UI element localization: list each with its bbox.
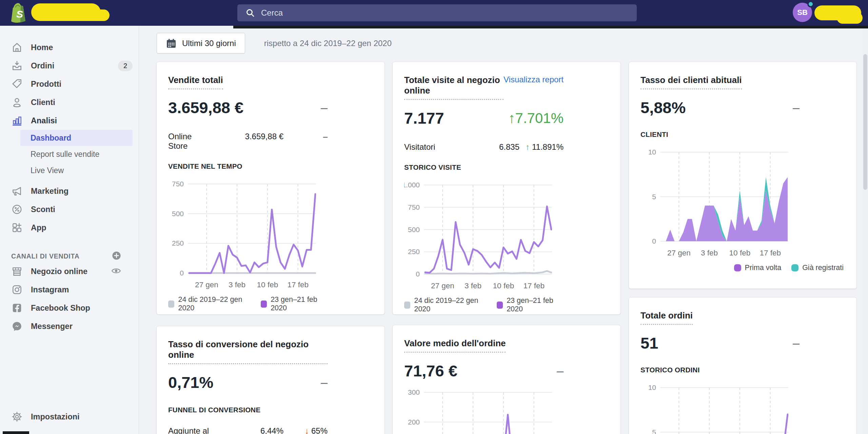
sidebar-item-instagram[interactable]: Instagram [0, 281, 139, 299]
legend-swatch-gia-registrati [791, 264, 798, 271]
sidebar-item-app[interactable]: App [0, 219, 139, 237]
legend-swatch-comparison [404, 302, 410, 309]
card-title: Valore medio dell'ordine [404, 338, 506, 353]
sidebar-item-facebook-shop[interactable]: Facebook Shop [0, 299, 139, 317]
customers-chart: 051027 gen3 feb10 feb17 feb [640, 141, 800, 260]
global-search[interactable] [237, 4, 637, 21]
svg-text:27 gen: 27 gen [667, 249, 691, 257]
avg-order-chart: 010020030027 gen3 feb10 feb17 feb [404, 381, 564, 434]
storefront-icon [11, 266, 23, 277]
view-store-eye-icon[interactable] [111, 265, 122, 278]
sidebar-item-negozio-online[interactable]: Negozio online [0, 262, 139, 281]
sidebar-item-home[interactable]: Home [0, 38, 139, 57]
svg-text:250: 250 [172, 239, 184, 247]
legend-label: Già registrati [802, 264, 844, 272]
orders-icon [11, 60, 23, 71]
svg-text:3 feb: 3 feb [229, 281, 245, 289]
sidebar-item-label: Clienti [31, 98, 55, 107]
search-input[interactable] [261, 8, 617, 18]
metric-row-visitatori: Visitatori 6.835 ↑ 11.891% [404, 142, 564, 152]
scrollbar-thumb[interactable] [863, 54, 867, 190]
metric-label: Visitatori [404, 142, 445, 152]
card-valore-medio-ordine: Valore medio dell'ordine 71,76 € – 01002… [393, 325, 620, 434]
apps-icon [11, 222, 23, 233]
metric-delta: ↑ 11.891% [519, 142, 564, 152]
chart-legend: Prima volta Già registrati [640, 264, 844, 272]
sidebar-item-sconti[interactable]: Sconti [0, 200, 139, 219]
main-content: Ultimi 30 giorni rispetto a 24 dic 2019–… [139, 26, 868, 434]
svg-text:300: 300 [408, 388, 420, 396]
delta-dash: – [793, 336, 800, 350]
bottom-dark-strip [233, 26, 868, 28]
sidebar-item-ordini[interactable]: Ordini 2 [0, 57, 139, 75]
sidebar-item-label: Analisi [31, 116, 57, 125]
sidebar-item-prodotti[interactable]: Prodotti [0, 75, 139, 93]
funnel-step-delta: ↓ 65% [283, 426, 328, 434]
svg-text:27 gen: 27 gen [195, 281, 218, 289]
svg-text:17 feb: 17 feb [523, 282, 545, 290]
megaphone-icon [11, 185, 23, 197]
visualizza-report-link[interactable]: Visualizza report [504, 75, 564, 84]
sub-item-label: Dashboard [31, 133, 71, 143]
instagram-icon [11, 284, 23, 295]
sidebar-item-impostazioni[interactable]: Impostazioni [0, 408, 139, 426]
funnel-row-carrello: Aggiunte al carrello 462 sessioni 6,44% … [168, 426, 328, 434]
topbar: S SB [0, 0, 868, 26]
sidebar-item-marketing[interactable]: Marketing [0, 182, 139, 200]
metric-label: Online Store [168, 132, 209, 151]
card-vendite-totali: Vendite totali 3.659,88 € – Online Store… [157, 62, 384, 314]
scrollbar-track[interactable] [863, 26, 868, 434]
notification-dot [807, 1, 814, 7]
metric-value: 3.659,88 € [209, 132, 283, 141]
sidebar-item-analisi[interactable]: Analisi [0, 111, 139, 130]
date-range-label: Ultimi 30 giorni [182, 39, 236, 48]
chart-section-label: STORICO ORDINI [640, 366, 800, 374]
facebook-icon [11, 302, 23, 314]
legend-swatch-current [497, 302, 503, 309]
returning-rate-value: 5,88% [640, 98, 686, 117]
sidebar-item-report-vendite[interactable]: Report sulle vendite [20, 146, 133, 162]
card-clienti-abituali: Tasso dei clienti abituali 5,88% – CLIEN… [629, 62, 856, 289]
sales-over-time-chart: 025050075027 gen3 feb10 feb17 feb [168, 172, 328, 291]
svg-text:17 feb: 17 feb [760, 249, 781, 257]
date-range-button[interactable]: Ultimi 30 giorni [157, 33, 245, 54]
svg-text:750: 750 [408, 203, 420, 211]
delta-dash: – [557, 364, 564, 378]
sidebar-item-label: Marketing [31, 187, 68, 196]
delta-dash: – [793, 101, 800, 115]
card-title: Tasso di conversione del negozio online [168, 339, 328, 364]
chart-legend: 24 dic 2019–22 gen 2020 23 gen–21 feb 20… [168, 295, 328, 312]
metric-row-online-store: Online Store 3.659,88 € – [168, 132, 328, 151]
funnel-step-label: Aggiunte al carrello [168, 426, 209, 434]
visits-history-chart: 02505007501.00027 gen3 feb10 feb17 feb [404, 173, 564, 292]
sidebar-item-label: Sconti [31, 205, 55, 214]
delta-dash: – [321, 101, 328, 115]
sidebar-item-dashboard[interactable]: Dashboard [20, 130, 133, 146]
chart-section-label: CLIENTI [640, 130, 800, 139]
chart-legend: 24 dic 2019–22 gen 2020 23 gen–21 feb 20… [404, 296, 564, 313]
bottom-dark-strip [3, 431, 29, 434]
up-arrow-icon: ↑ [508, 110, 515, 126]
shopify-logo-icon[interactable]: S [7, 2, 29, 24]
search-icon [245, 7, 256, 18]
avg-order-value: 71,76 € [404, 361, 457, 380]
svg-text:3 feb: 3 feb [465, 282, 481, 290]
gear-icon [11, 411, 23, 422]
add-channel-button[interactable] [111, 250, 122, 262]
svg-text:5: 5 [652, 428, 656, 434]
redacted-store-name-blob [86, 9, 110, 21]
home-icon [11, 42, 23, 53]
sidebar-item-label: Home [31, 43, 53, 52]
svg-text:3 feb: 3 feb [701, 249, 718, 257]
card-title: Tasso dei clienti abituali [640, 75, 742, 89]
sidebar-item-clienti[interactable]: Clienti [0, 93, 139, 111]
sidebar-item-label: Instagram [31, 285, 69, 294]
sidebar-item-label: Ordini [31, 61, 54, 70]
sidebar-item-messenger[interactable]: Messenger [0, 317, 139, 335]
sub-item-label: Live View [31, 166, 64, 175]
messenger-icon [11, 321, 23, 332]
compare-period-label: rispetto a 24 dic 2019–22 gen 2020 [264, 39, 392, 48]
svg-text:500: 500 [172, 210, 184, 218]
discount-icon [11, 204, 23, 215]
sidebar-item-live-view[interactable]: Live View [20, 162, 133, 179]
